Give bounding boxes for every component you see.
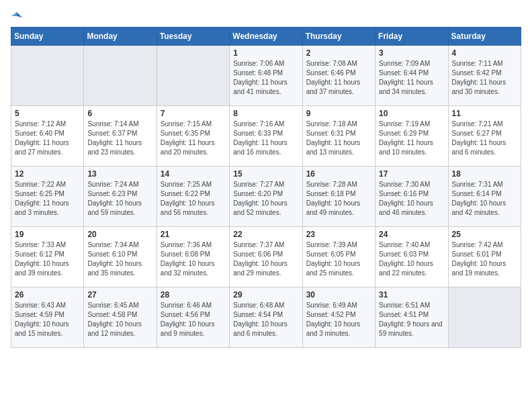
cell-content: Sunrise: 7:16 AM Sunset: 6:33 PM Dayligh… [233,120,298,157]
cell-content: Sunrise: 7:06 AM Sunset: 6:48 PM Dayligh… [233,59,298,97]
weekday-header-friday: Friday [375,28,448,46]
cell-content: Sunrise: 6:43 AM Sunset: 4:59 PM Dayligh… [15,301,80,338]
calendar-body: 1Sunrise: 7:06 AM Sunset: 6:48 PM Daylig… [11,46,521,348]
cell-content: Sunrise: 7:22 AM Sunset: 6:25 PM Dayligh… [15,180,80,218]
cell-content: Sunrise: 7:18 AM Sunset: 6:31 PM Dayligh… [306,120,371,157]
calendar-cell: 26Sunrise: 6:43 AM Sunset: 4:59 PM Dayli… [11,287,84,348]
calendar-cell: 19Sunrise: 7:33 AM Sunset: 6:12 PM Dayli… [11,227,84,287]
calendar-cell: 28Sunrise: 6:46 AM Sunset: 4:56 PM Dayli… [157,287,229,348]
cell-content: Sunrise: 7:28 AM Sunset: 6:18 PM Dayligh… [306,180,371,218]
weekday-header-tuesday: Tuesday [157,28,229,46]
day-number: 22 [233,230,298,239]
calendar-cell: 7Sunrise: 7:15 AM Sunset: 6:35 PM Daylig… [157,106,229,167]
calendar-cell: 10Sunrise: 7:19 AM Sunset: 6:29 PM Dayli… [375,106,448,167]
calendar-cell: 30Sunrise: 6:49 AM Sunset: 4:52 PM Dayli… [302,287,375,348]
calendar-cell [157,46,229,106]
day-number: 2 [306,48,371,58]
cell-content: Sunrise: 6:45 AM Sunset: 4:58 PM Dayligh… [87,301,152,338]
day-number: 13 [87,169,152,179]
day-number: 23 [306,230,371,239]
calendar-cell: 11Sunrise: 7:21 AM Sunset: 6:27 PM Dayli… [448,106,521,167]
day-number: 11 [452,109,517,118]
calendar-cell [11,46,84,106]
calendar-cell: 5Sunrise: 7:12 AM Sunset: 6:40 PM Daylig… [11,106,84,167]
cell-content: Sunrise: 6:51 AM Sunset: 4:51 PM Dayligh… [379,301,444,338]
day-number: 3 [379,48,444,58]
day-number: 28 [161,290,226,300]
calendar-cell: 3Sunrise: 7:09 AM Sunset: 6:44 PM Daylig… [375,46,448,106]
day-number: 6 [87,109,152,118]
day-number: 18 [452,169,517,179]
calendar-table: SundayMondayTuesdayWednesdayThursdayFrid… [11,27,521,348]
day-number: 12 [15,169,80,179]
weekday-header-saturday: Saturday [448,28,521,46]
calendar-cell: 12Sunrise: 7:22 AM Sunset: 6:25 PM Dayli… [11,167,84,227]
cell-content: Sunrise: 7:42 AM Sunset: 6:01 PM Dayligh… [452,240,517,278]
cell-content: Sunrise: 7:15 AM Sunset: 6:35 PM Dayligh… [161,120,226,157]
calendar-cell: 13Sunrise: 7:24 AM Sunset: 6:23 PM Dayli… [84,167,157,227]
weekday-header-wednesday: Wednesday [230,28,302,46]
day-number: 21 [161,230,226,239]
calendar-cell: 2Sunrise: 7:08 AM Sunset: 6:46 PM Daylig… [302,46,375,106]
cell-content: Sunrise: 7:12 AM Sunset: 6:40 PM Dayligh… [15,120,80,157]
day-number: 9 [306,109,371,118]
cell-content: Sunrise: 7:39 AM Sunset: 6:05 PM Dayligh… [306,240,371,278]
logo [11,11,23,21]
calendar-week-row: 19Sunrise: 7:33 AM Sunset: 6:12 PM Dayli… [11,227,521,287]
calendar-cell: 22Sunrise: 7:37 AM Sunset: 6:06 PM Dayli… [230,227,302,287]
calendar-cell: 17Sunrise: 7:30 AM Sunset: 6:16 PM Dayli… [375,167,448,227]
calendar-cell: 9Sunrise: 7:18 AM Sunset: 6:31 PM Daylig… [302,106,375,167]
cell-content: Sunrise: 6:48 AM Sunset: 4:54 PM Dayligh… [233,301,298,338]
logo-bird-icon [11,11,22,21]
page-header [11,11,521,21]
cell-content: Sunrise: 7:34 AM Sunset: 6:10 PM Dayligh… [87,240,152,278]
calendar-cell: 16Sunrise: 7:28 AM Sunset: 6:18 PM Dayli… [302,167,375,227]
calendar-cell [84,46,157,106]
calendar-cell: 15Sunrise: 7:27 AM Sunset: 6:20 PM Dayli… [230,167,302,227]
cell-content: Sunrise: 7:24 AM Sunset: 6:23 PM Dayligh… [87,180,152,218]
svg-marker-0 [17,12,22,17]
day-number: 8 [233,109,298,118]
calendar-cell: 20Sunrise: 7:34 AM Sunset: 6:10 PM Dayli… [84,227,157,287]
calendar-cell: 25Sunrise: 7:42 AM Sunset: 6:01 PM Dayli… [448,227,521,287]
day-number: 16 [306,169,371,179]
svg-marker-1 [11,12,17,16]
cell-content: Sunrise: 7:37 AM Sunset: 6:06 PM Dayligh… [233,240,298,278]
cell-content: Sunrise: 7:19 AM Sunset: 6:29 PM Dayligh… [379,120,444,157]
calendar-cell: 24Sunrise: 7:40 AM Sunset: 6:03 PM Dayli… [375,227,448,287]
day-number: 10 [379,109,444,118]
cell-content: Sunrise: 7:09 AM Sunset: 6:44 PM Dayligh… [379,59,444,97]
cell-content: Sunrise: 7:30 AM Sunset: 6:16 PM Dayligh… [379,180,444,218]
calendar-cell: 1Sunrise: 7:06 AM Sunset: 6:48 PM Daylig… [230,46,302,106]
calendar-cell [448,287,521,348]
cell-content: Sunrise: 6:46 AM Sunset: 4:56 PM Dayligh… [161,301,226,338]
day-number: 4 [452,48,517,58]
calendar-cell: 27Sunrise: 6:45 AM Sunset: 4:58 PM Dayli… [84,287,157,348]
day-number: 25 [452,230,517,239]
cell-content: Sunrise: 7:11 AM Sunset: 6:42 PM Dayligh… [452,59,517,97]
day-number: 7 [161,109,226,118]
weekday-header-thursday: Thursday [302,28,375,46]
cell-content: Sunrise: 7:21 AM Sunset: 6:27 PM Dayligh… [452,120,517,157]
calendar-week-row: 12Sunrise: 7:22 AM Sunset: 6:25 PM Dayli… [11,167,521,227]
calendar-cell: 14Sunrise: 7:25 AM Sunset: 6:22 PM Dayli… [157,167,229,227]
day-number: 17 [379,169,444,179]
day-number: 31 [379,290,444,300]
calendar-cell: 23Sunrise: 7:39 AM Sunset: 6:05 PM Dayli… [302,227,375,287]
weekday-header-row: SundayMondayTuesdayWednesdayThursdayFrid… [11,28,521,46]
day-number: 29 [233,290,298,300]
day-number: 30 [306,290,371,300]
day-number: 20 [87,230,152,239]
cell-content: Sunrise: 7:27 AM Sunset: 6:20 PM Dayligh… [233,180,298,218]
calendar-cell: 6Sunrise: 7:14 AM Sunset: 6:37 PM Daylig… [84,106,157,167]
cell-content: Sunrise: 7:33 AM Sunset: 6:12 PM Dayligh… [15,240,80,278]
day-number: 1 [233,48,298,58]
cell-content: Sunrise: 7:25 AM Sunset: 6:22 PM Dayligh… [161,180,226,218]
calendar-cell: 21Sunrise: 7:36 AM Sunset: 6:08 PM Dayli… [157,227,229,287]
day-number: 24 [379,230,444,239]
day-number: 27 [87,290,152,300]
cell-content: Sunrise: 7:40 AM Sunset: 6:03 PM Dayligh… [379,240,444,278]
cell-content: Sunrise: 6:49 AM Sunset: 4:52 PM Dayligh… [306,301,371,338]
calendar-cell: 31Sunrise: 6:51 AM Sunset: 4:51 PM Dayli… [375,287,448,348]
day-number: 14 [161,169,226,179]
